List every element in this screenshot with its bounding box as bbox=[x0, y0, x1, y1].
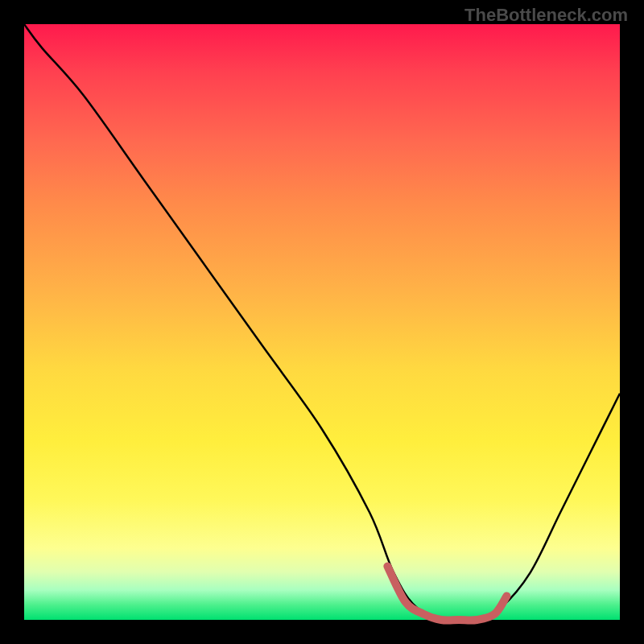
curve-overlay bbox=[24, 24, 620, 620]
bottleneck-curve bbox=[24, 24, 620, 621]
watermark-text: TheBottleneck.com bbox=[464, 5, 628, 26]
chart-container: TheBottleneck.com bbox=[0, 0, 644, 644]
